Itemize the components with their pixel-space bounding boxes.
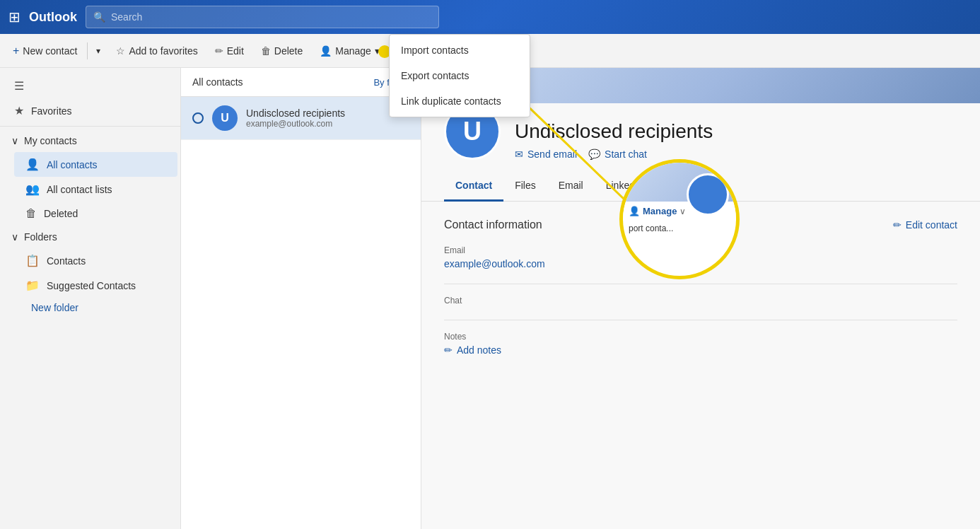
manage-dropdown-menu: Import contacts Export contacts Link dup…: [389, 34, 530, 117]
person-icon: 👤: [25, 158, 40, 171]
sidebar-divider-1: [0, 126, 180, 127]
field-divider-2: [444, 320, 957, 320]
import-contacts-item[interactable]: Import contacts: [390, 37, 530, 63]
chat-label: Chat: [444, 296, 957, 306]
manage-button[interactable]: 👤 Manage ▾: [313, 41, 387, 61]
tab-email[interactable]: Email: [547, 171, 595, 202]
sidebar-item-suggested-contacts[interactable]: 📁 Suggested Contacts: [14, 273, 177, 298]
top-bar: ⊞ Outlook 🔍 Search: [0, 0, 980, 34]
tab-contact[interactable]: Contact: [444, 171, 503, 202]
app-logo: Outlook: [29, 10, 77, 25]
chat-icon: 💬: [588, 149, 600, 160]
contact-radio: [192, 112, 204, 124]
contacts-folder-icon: 📋: [25, 254, 40, 267]
all-contact-lists-label: All contact lists: [47, 184, 112, 195]
sidebar-item-hamburger[interactable]: ☰: [3, 74, 177, 98]
deleted-icon: 🗑: [25, 207, 37, 220]
all-contacts-label: All contacts: [47, 159, 98, 170]
email-label: Email: [444, 245, 957, 255]
detail-panel: U Undisclosed recipients ✉ Send email 💬 …: [421, 68, 980, 529]
start-chat-button[interactable]: 💬 Start chat: [588, 149, 647, 160]
contact-info: Undisclosed recipients example@outlook.c…: [246, 107, 409, 129]
sidebar-item-contacts[interactable]: 📋 Contacts: [14, 248, 177, 273]
add-notes-icon: ✏: [444, 344, 453, 356]
email-field-group: Email example@outlook.com: [444, 245, 957, 269]
hamburger-icon: ☰: [14, 79, 24, 93]
contact-name: Undisclosed recipients: [246, 107, 409, 119]
folders-label: Folders: [24, 231, 57, 243]
waffle-icon[interactable]: ⊞: [8, 8, 21, 25]
detail-content: Contact information ✏ Edit contact Email…: [421, 202, 980, 529]
suggested-icon: 📁: [25, 279, 40, 292]
edit-button[interactable]: ✏ Edit: [208, 41, 251, 61]
sidebar-item-deleted[interactable]: 🗑 Deleted: [14, 202, 177, 226]
trash-icon: 🗑: [261, 45, 271, 57]
search-placeholder: Search: [111, 11, 142, 23]
contact-list-title: All contacts: [192, 76, 243, 88]
sidebar-favorites-label: Favorites: [31, 105, 72, 117]
search-icon: 🔍: [93, 11, 105, 23]
detail-contact-info: Undisclosed recipients ✉ Send email 💬 St…: [515, 120, 713, 160]
send-email-button[interactable]: ✉ Send email: [515, 149, 577, 160]
suggested-contacts-label: Suggested Contacts: [47, 280, 136, 291]
deleted-label: Deleted: [44, 208, 78, 219]
sidebar-folders-sub: 📋 Contacts 📁 Suggested Contacts: [0, 248, 180, 298]
main-layout: ☰ ★ Favorites ∨ My contacts 👤 All contac…: [0, 68, 980, 529]
sidebar-sub-items: 👤 All contacts 👥 All contact lists 🗑 Del…: [0, 152, 180, 226]
add-notes-button[interactable]: ✏ Add notes: [444, 344, 501, 356]
contacts-folder-label: Contacts: [47, 255, 86, 267]
star-icon: ★: [14, 104, 24, 117]
contact-email: example@outlook.com: [246, 119, 409, 129]
pencil-icon: ✏: [893, 219, 902, 231]
sidebar-folders[interactable]: ∨ Folders: [0, 226, 180, 248]
new-contact-dropdown-button[interactable]: ▾: [91, 42, 106, 60]
notes-field-group: Notes ✏ Add notes: [444, 332, 957, 356]
tab-files[interactable]: Files: [503, 171, 547, 202]
sidebar: ☰ ★ Favorites ∨ My contacts 👤 All contac…: [0, 68, 181, 529]
contact-list-header: All contacts By first n: [181, 68, 421, 97]
sidebar-item-favorites[interactable]: ★ Favorites: [3, 98, 177, 123]
contact-item-undisclosed[interactable]: U Undisclosed recipients example@outlook…: [181, 97, 421, 140]
detail-contact-name: Undisclosed recipients: [515, 120, 713, 143]
contact-list-panel: All contacts By first n U Undisclosed re…: [181, 68, 421, 529]
sidebar-my-contacts[interactable]: ∨ My contacts: [0, 129, 180, 152]
section-title: Contact information: [444, 219, 542, 231]
edit-contact-button[interactable]: ✏ Edit contact: [893, 219, 957, 231]
sidebar-item-all-contact-lists[interactable]: 👥 All contact lists: [14, 177, 177, 202]
new-contact-button[interactable]: + New contact: [6, 40, 84, 62]
search-bar[interactable]: 🔍 Search: [86, 6, 439, 28]
plus-icon: +: [13, 45, 19, 57]
tab-linkedin[interactable]: LinkedIn: [595, 171, 655, 202]
section-header-row: Contact information ✏ Edit contact: [444, 219, 957, 231]
contact-avatar: U: [212, 105, 238, 131]
new-contact-divider: [87, 42, 88, 59]
chat-field-group: Chat: [444, 296, 957, 306]
edit-icon: ✏: [215, 45, 223, 57]
delete-button[interactable]: 🗑 Delete: [254, 41, 310, 61]
manage-icon: 👤: [320, 45, 332, 57]
notes-label: Notes: [444, 332, 957, 342]
sidebar-item-all-contacts[interactable]: 👤 All contacts: [14, 152, 177, 177]
detail-actions: ✉ Send email 💬 Start chat: [515, 149, 713, 160]
group-icon: 👥: [25, 182, 40, 196]
chevron-folders-icon: ∨: [11, 231, 18, 243]
star-icon: ☆: [116, 45, 125, 57]
email-value[interactable]: example@outlook.com: [444, 258, 957, 269]
field-divider-1: [444, 284, 957, 284]
link-duplicate-contacts-item[interactable]: Link duplicate contacts: [390, 88, 530, 114]
my-contacts-label: My contacts: [24, 135, 77, 146]
new-folder-link[interactable]: New folder: [0, 298, 180, 318]
email-icon: ✉: [515, 149, 523, 160]
chevron-down-icon: ∨: [11, 135, 18, 146]
detail-tabs: Contact Files Email LinkedIn: [421, 171, 980, 202]
add-to-favorites-button[interactable]: ☆ Add to favorites: [109, 41, 204, 61]
export-contacts-item[interactable]: Export contacts: [390, 63, 530, 88]
